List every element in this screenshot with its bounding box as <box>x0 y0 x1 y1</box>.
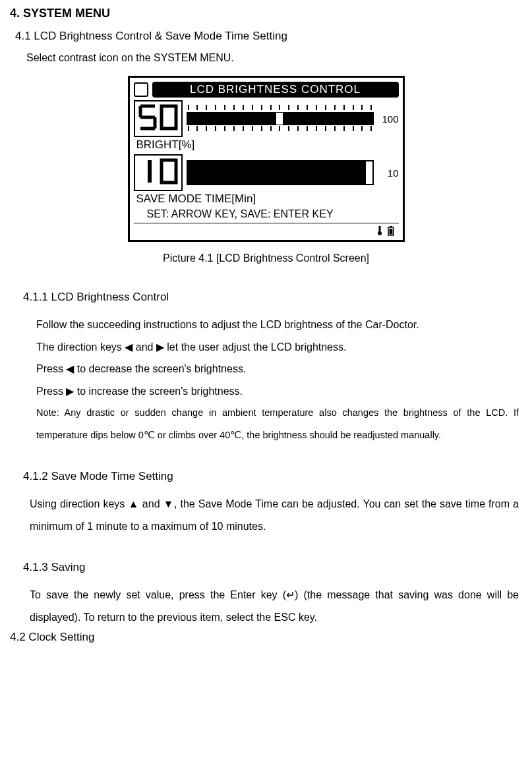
figure-lcd-screen: LCD BRIGHTNESS CONTROL <box>10 76 522 264</box>
brightness-label: BRIGHT[%] <box>134 138 399 152</box>
title-square-icon <box>134 82 148 97</box>
section-411-note: Note: Any drastic or sudden change in am… <box>36 402 519 446</box>
temperature-icon <box>375 225 384 236</box>
save-slider-track[interactable] <box>187 160 374 185</box>
brightness-slider-track[interactable] <box>187 112 374 125</box>
brightness-row: 100 <box>134 100 399 137</box>
figure-caption: Picture 4.1 [LCD Brightness Control Scre… <box>163 252 369 264</box>
subsection-heading: 4.1 LCD Brightness Control & Save Mode T… <box>15 30 522 43</box>
brightness-ticks-bottom <box>187 126 374 132</box>
battery-icon <box>387 225 395 236</box>
section-42-heading: 4.2 Clock Setting <box>10 631 522 644</box>
svg-rect-1 <box>162 160 176 183</box>
brightness-slider-knob[interactable] <box>276 113 283 125</box>
digit-10-icon <box>138 158 179 188</box>
section-411-p3: Press ◀ to decrease the screen's brightn… <box>36 358 519 380</box>
brightness-bar-col <box>187 105 374 132</box>
section-411-p2: The direction keys ◀ and ▶ let the user … <box>36 336 519 359</box>
section-413-p1: To save the newly set value, press the E… <box>30 584 519 628</box>
intro-text: Select contrast icon on the SYSTEM MENU. <box>26 52 522 64</box>
svg-rect-0 <box>162 106 176 129</box>
section-412-p1: Using direction keys ▲ and ▼, the Save M… <box>30 493 519 537</box>
save-mode-label: SAVE MODE TIME[Min] <box>134 192 399 206</box>
svg-rect-6 <box>389 229 392 235</box>
lcd-screen-mock: LCD BRIGHTNESS CONTROL <box>128 76 405 242</box>
save-value-box <box>134 154 183 191</box>
lcd-title: LCD BRIGHTNESS CONTROL <box>152 82 399 98</box>
brightness-value-box <box>134 100 183 137</box>
svg-rect-5 <box>390 226 392 227</box>
section-413-heading: 4.1.3 Saving <box>23 561 522 574</box>
section-411-p1: Follow the succeeding instructions to ad… <box>36 314 519 336</box>
brightness-ticks-top <box>187 105 374 111</box>
lcd-footer-text: SET: ARROW KEY, SAVE: ENTER KEY <box>134 208 399 220</box>
svg-rect-3 <box>378 226 380 233</box>
brightness-max-label: 100 <box>376 113 399 125</box>
section-heading: 4. SYSTEM MENU <box>10 7 522 20</box>
digit-50-icon <box>138 103 179 134</box>
save-max-label: 10 <box>376 167 399 179</box>
status-bar <box>134 223 399 236</box>
section-412-heading: 4.1.2 Save Mode Time Setting <box>23 470 522 483</box>
section-411-p4: Press ▶ to increase the screen's brightn… <box>36 380 519 403</box>
save-slider-knob[interactable] <box>366 161 372 184</box>
lcd-title-bar: LCD BRIGHTNESS CONTROL <box>134 82 399 98</box>
save-bar-col <box>187 159 374 186</box>
section-411-heading: 4.1.1 LCD Brightness Control <box>23 291 522 304</box>
save-mode-row: 10 <box>134 154 399 191</box>
